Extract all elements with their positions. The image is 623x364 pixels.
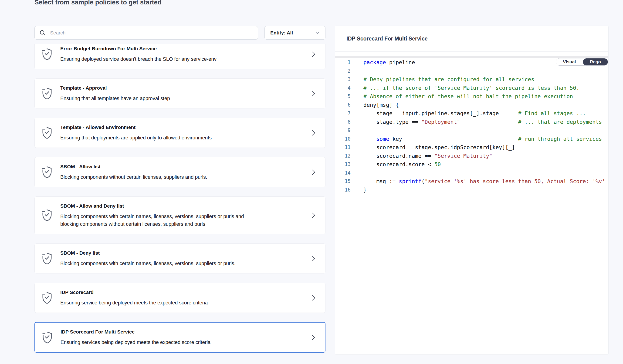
line-number: 8: [335, 118, 351, 126]
line-number: 7: [335, 109, 351, 118]
line-number: 5: [335, 92, 351, 101]
policy-list: Error Budget Burndown For Multi Service …: [34, 44, 326, 357]
line-number: 14: [335, 169, 351, 177]
policy-detail-panel: IDP Scorecard For Multi Service Visual R…: [335, 26, 609, 355]
policy-list-item[interactable]: Template - Approval Ensuring that all te…: [34, 78, 326, 108]
detail-panel-title: IDP Scorecard For Multi Service: [346, 36, 428, 42]
code-line-text: scorecard = stage.spec.idpScorecard[key]…: [357, 143, 608, 152]
line-number: 9: [335, 126, 351, 135]
code-line: 16 }: [335, 186, 608, 194]
code-line: 5 # Absence of either of these will not …: [335, 92, 608, 101]
code-line-text: scorecard.score < 50: [357, 160, 608, 169]
policy-list-item[interactable]: Error Budget Burndown For Multi Service …: [34, 44, 326, 69]
code-line-text: some key # run through all services: [357, 135, 608, 143]
entity-filter-label: Entity: All: [270, 30, 293, 36]
shield-check-icon: [42, 127, 52, 139]
rego-code-editor[interactable]: 1 package pipeline 2 3 # Deny pipelines …: [335, 52, 608, 194]
policy-description: Ensuring that deployments are applied on…: [60, 134, 256, 142]
toggle-option-rego[interactable]: Rego: [583, 58, 608, 65]
line-number: 6: [335, 101, 351, 109]
policy-text: IDP Scorecard Ensuring service being dep…: [60, 289, 256, 307]
line-number: 13: [335, 160, 351, 169]
policy-list-item[interactable]: SBOM - Allow and Deny list Blocking comp…: [34, 196, 326, 234]
code-line-text: msg := sprintf("service '%s' has score l…: [357, 177, 608, 186]
code-line-text: [357, 169, 608, 177]
entity-filter-dropdown[interactable]: Entity: All: [265, 26, 326, 40]
code-line: 9: [335, 126, 608, 135]
policy-text: IDP Scorecard For Multi Service Ensuring…: [61, 328, 256, 346]
line-number: 1: [335, 58, 351, 67]
policy-title: SBOM - Deny list: [60, 250, 256, 257]
chevron-right-icon: [311, 294, 316, 302]
shield-check-icon: [42, 48, 52, 61]
page-title: Select from sample policies to get start…: [34, 0, 162, 6]
policy-text: Template - Approval Ensuring that all te…: [60, 85, 256, 102]
code-line: 13 scorecard.score < 50: [335, 160, 608, 169]
toggle-option-visual[interactable]: Visual: [556, 58, 583, 65]
code-line: 4 # ... if the score of 'Service Maturit…: [335, 84, 608, 92]
search-input[interactable]: [50, 30, 253, 36]
policy-text: Error Budget Burndown For Multi Service …: [60, 45, 256, 63]
line-number: 4: [335, 84, 351, 92]
code-line-text: [357, 126, 608, 135]
line-number: 2: [335, 67, 351, 75]
chevron-right-icon: [311, 90, 316, 97]
policy-text: SBOM - Allow list Blocking components wi…: [60, 163, 256, 181]
policy-list-item[interactable]: IDP Scorecard Ensuring service being dep…: [34, 283, 326, 313]
code-line: 14: [335, 169, 608, 177]
shield-check-icon: [42, 331, 53, 344]
policy-title: SBOM - Allow list: [60, 163, 256, 170]
policy-list-item[interactable]: Template - Allowed Environment Ensuring …: [34, 118, 326, 148]
search-icon: [39, 30, 46, 36]
policy-text: SBOM - Allow and Deny list Blocking comp…: [60, 202, 256, 228]
chevron-right-icon: [311, 50, 316, 58]
chevron-right-icon: [311, 169, 316, 176]
policy-text: SBOM - Deny list Blocking components wit…: [60, 250, 256, 267]
shield-check-icon: [42, 166, 52, 178]
code-line-text: # ... if the score of 'Service Maturity'…: [357, 84, 608, 92]
line-number: 16: [335, 186, 351, 194]
policy-description: Ensuring services being deployed meets t…: [61, 339, 256, 346]
policies-screen: Select from sample policies to get start…: [0, 0, 623, 364]
policy-title: SBOM - Allow and Deny list: [60, 202, 256, 210]
code-line-text: stage.type == "Deployment" # ... that ar…: [357, 118, 608, 126]
policy-list-item[interactable]: SBOM - Allow list Blocking components wi…: [34, 157, 326, 187]
code-line-text: stage = input.pipeline.stages[_].stage #…: [357, 109, 608, 118]
line-number: 10: [335, 135, 351, 143]
line-number: 12: [335, 152, 351, 160]
shield-check-icon: [42, 252, 52, 265]
code-line: 2: [335, 67, 608, 75]
code-line-text: deny[msg] {: [357, 101, 608, 109]
code-line: 12 scorecard.name == "Service Maturity": [335, 152, 608, 160]
policy-description: Ensuring deployed service doesn't breach…: [60, 55, 256, 63]
shield-check-icon: [42, 209, 52, 222]
code-line-text: # Deny pipelines that are configured for…: [357, 75, 608, 84]
line-number: 3: [335, 75, 351, 84]
line-number: 15: [335, 177, 351, 186]
chevron-down-icon: [315, 31, 320, 34]
code-line-text: [357, 67, 608, 75]
code-line: 3 # Deny pipelines that are configured f…: [335, 75, 608, 84]
shield-check-icon: [42, 292, 52, 304]
policy-description: Blocking components with certain names, …: [60, 260, 256, 267]
policy-description: Ensuring service being deployed meets th…: [60, 299, 256, 307]
code-line-text: # Absence of either of these will not ha…: [357, 92, 608, 101]
view-toggle: Visual Rego: [556, 58, 608, 66]
code-line: 8 stage.type == "Deployment" # ... that …: [335, 118, 608, 126]
code-line: 15 msg := sprintf("service '%s' has scor…: [335, 177, 608, 186]
chevron-right-icon: [311, 334, 316, 341]
code-line-text: }: [357, 186, 608, 194]
policy-list-item[interactable]: SBOM - Deny list Blocking components wit…: [34, 243, 326, 274]
chevron-right-icon: [311, 255, 316, 262]
code-line: 7 stage = input.pipeline.stages[_].stage…: [335, 109, 608, 118]
policy-title: IDP Scorecard For Multi Service: [61, 328, 256, 335]
code-line: 6 deny[msg] {: [335, 101, 608, 109]
policy-list-item[interactable]: IDP Scorecard For Multi Service Ensuring…: [34, 322, 326, 353]
policy-title: Template - Approval: [60, 85, 256, 91]
policy-text: Template - Allowed Environment Ensuring …: [60, 124, 256, 142]
search-box[interactable]: [34, 26, 258, 40]
policy-description: Blocking components without certain lice…: [60, 173, 256, 181]
code-line-text: scorecard.name == "Service Maturity": [357, 152, 608, 160]
detail-panel-body: Visual Rego 1 package pipeline 2 3 # Den…: [335, 52, 608, 354]
shield-check-icon: [42, 87, 52, 100]
